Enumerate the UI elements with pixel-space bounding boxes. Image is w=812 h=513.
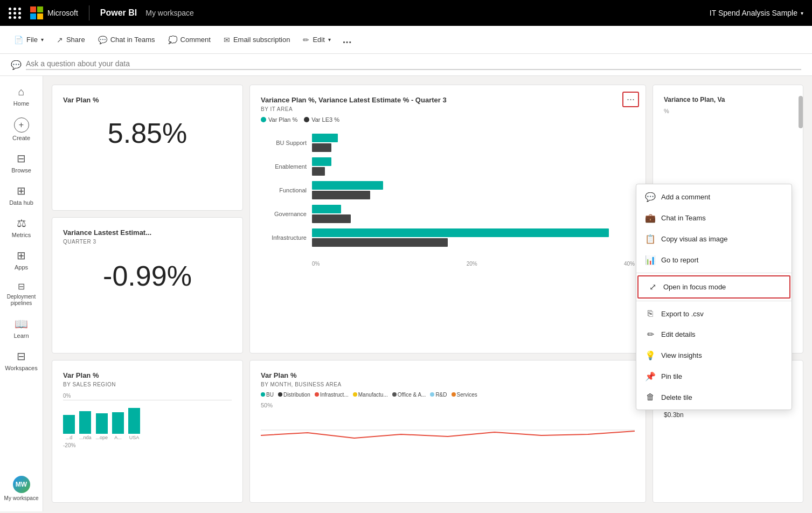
svg-rect-3 bbox=[37, 13, 43, 19]
scrollbar-track[interactable] bbox=[799, 85, 803, 353]
bar-label-4: A... bbox=[114, 435, 122, 440]
sidebar-item-create[interactable]: + Create bbox=[0, 112, 43, 147]
apps-icon: ⊞ bbox=[17, 249, 26, 262]
ask-input[interactable] bbox=[26, 59, 801, 70]
bar-label-infrastructure: Infrastructure bbox=[261, 234, 312, 241]
bar-teal-functional bbox=[312, 181, 383, 190]
sidebar-item-metrics[interactable]: ⚖ Metrics bbox=[0, 211, 43, 244]
ctx-go-report[interactable]: 📊 Go to report bbox=[636, 249, 792, 271]
comment-button[interactable]: 💭 Comment bbox=[163, 32, 216, 47]
ctx-pin-tile[interactable]: 📌 Pin tile bbox=[636, 366, 792, 387]
sidebar-item-pipelines[interactable]: ⊟ Deployment pipelines bbox=[0, 276, 43, 312]
legend-infrastruct: Infrastruct... bbox=[315, 392, 349, 398]
bar-label-governance: Governance bbox=[261, 211, 312, 217]
sidebar-item-home[interactable]: ⌂ Home bbox=[0, 80, 43, 112]
ctx-copy-visual[interactable]: 📋 Copy visual as image bbox=[636, 228, 792, 249]
topbar-divider bbox=[89, 5, 89, 20]
bar-teal-governance bbox=[312, 205, 341, 213]
variance-latest-value: -0.99% bbox=[63, 249, 232, 303]
bar-label-functional: Functional bbox=[261, 187, 312, 193]
sidebar-label-learn: Learn bbox=[13, 332, 29, 339]
ctx-delete-tile[interactable]: 🗑 Delete tile bbox=[636, 387, 792, 407]
ctx-focus-mode[interactable]: ⤢ Open in focus mode bbox=[637, 275, 790, 299]
focus-mode-icon: ⤢ bbox=[647, 282, 658, 292]
ask-icon: 💬 bbox=[11, 60, 22, 70]
svg-rect-0 bbox=[30, 6, 36, 12]
teams-icon: 💬 bbox=[98, 36, 107, 44]
bar-2 bbox=[79, 411, 91, 434]
teal-dot bbox=[261, 117, 266, 122]
ctx-export-csv[interactable]: ⎘ Export to .csv bbox=[636, 303, 792, 324]
ctx-go-report-label: Go to report bbox=[661, 256, 698, 264]
variance-latest-tile: Variance Lastest Estimat... QUARTER 3 -0… bbox=[52, 217, 243, 353]
ctx-view-insights[interactable]: 💡 View insights bbox=[636, 345, 792, 366]
legend-var-plan: Var Plan % bbox=[261, 116, 297, 123]
file-button[interactable]: 📄 File ▾ bbox=[9, 32, 49, 47]
report-title: IT Spend Analysis Sample bbox=[710, 9, 797, 17]
chat-teams-label: Chat in Teams bbox=[110, 36, 155, 44]
workspaces-icon: ⊟ bbox=[17, 350, 26, 363]
svg-rect-2 bbox=[30, 13, 36, 19]
edit-label: Edit bbox=[313, 36, 324, 44]
waffle-menu[interactable] bbox=[9, 8, 22, 19]
share-button[interactable]: ↗ Share bbox=[51, 32, 91, 47]
scenario-value: $0.3bn bbox=[664, 411, 792, 419]
month-business-subtitle: BY MONTH, BUSINESS AREA bbox=[261, 382, 635, 387]
workspace-label: My workspace bbox=[145, 9, 193, 17]
metrics-icon: ⚖ bbox=[17, 217, 26, 230]
avatar: MW bbox=[13, 476, 30, 493]
bar-label-3: ...ope bbox=[96, 435, 108, 440]
comment-label: Comment bbox=[181, 36, 211, 44]
ctx-chat-teams[interactable]: 💼 Chat in Teams bbox=[636, 207, 792, 228]
month-chart-svg bbox=[261, 408, 635, 452]
bar-dark-infrastructure bbox=[312, 238, 448, 247]
bar-row-functional: Functional bbox=[261, 181, 635, 199]
ctx-edit-details[interactable]: ✏ Edit details bbox=[636, 324, 792, 345]
microsoft-label: Microsoft bbox=[47, 9, 78, 17]
ctx-add-comment[interactable]: 💬 Add a comment bbox=[636, 186, 792, 207]
variance-latest-title: Variance Lastest Estimat... bbox=[63, 228, 232, 237]
bar-teal-enablement bbox=[312, 157, 331, 166]
sales-region-subtitle: BY SALES REGION bbox=[63, 382, 232, 387]
sidebar-item-datahub[interactable]: ⊞ Data hub bbox=[0, 179, 43, 211]
bar-col-4: A... bbox=[112, 412, 124, 440]
sidebar-item-browse[interactable]: ⊟ Browse bbox=[0, 147, 43, 179]
file-label: File bbox=[26, 36, 38, 44]
report-title-area[interactable]: IT Spend Analysis Sample ▾ bbox=[710, 9, 803, 17]
chart-axis: 0% 20% 40% bbox=[261, 261, 635, 267]
bar-chart: BU Support Enablement Functional bbox=[261, 129, 635, 256]
more-options-button[interactable]: ... bbox=[338, 31, 356, 48]
scrollbar-thumb[interactable] bbox=[799, 96, 803, 128]
email-icon: ✉ bbox=[224, 36, 230, 44]
chart-more-button[interactable]: ··· bbox=[622, 92, 639, 107]
create-icon: + bbox=[14, 117, 29, 133]
share-icon: ↗ bbox=[57, 36, 63, 44]
sidebar: ⌂ Home + Create ⊟ Browse ⊞ Data hub ⚖ Me… bbox=[0, 76, 43, 511]
ctx-pin-tile-label: Pin tile bbox=[661, 372, 682, 380]
sidebar-item-workspaces[interactable]: ⊟ Workspaces bbox=[0, 344, 43, 377]
file-icon: 📄 bbox=[14, 36, 23, 44]
email-button[interactable]: ✉ Email subscription bbox=[218, 32, 296, 47]
chat-teams-button[interactable]: 💬 Chat in Teams bbox=[93, 32, 161, 47]
legend-var-le3-label: Var LE3 % bbox=[311, 116, 339, 123]
axis-20: 20% bbox=[467, 261, 477, 267]
sidebar-item-learn[interactable]: 📖 Learn bbox=[0, 312, 43, 344]
legend-manufactu: Manufactu... bbox=[353, 392, 388, 398]
sales-region-tile: Var Plan % BY SALES REGION 0% ...d ...nd… bbox=[52, 360, 243, 503]
sidebar-item-apps[interactable]: ⊞ Apps bbox=[0, 244, 43, 276]
zero-label: 0% bbox=[63, 393, 232, 399]
sidebar-label-browse: Browse bbox=[11, 167, 31, 174]
context-menu: 💬 Add a comment 💼 Chat in Teams 📋 Copy v… bbox=[636, 184, 792, 410]
svg-rect-1 bbox=[37, 6, 43, 12]
sidebar-label-myworkspace: My workspace bbox=[4, 495, 39, 502]
delete-tile-icon: 🗑 bbox=[645, 392, 656, 402]
browse-icon: ⊟ bbox=[17, 152, 26, 165]
go-report-icon: 📊 bbox=[645, 255, 656, 265]
bar-5 bbox=[128, 408, 140, 434]
bar-label-enablement: Enablement bbox=[261, 163, 312, 170]
ctx-add-comment-label: Add a comment bbox=[661, 193, 710, 201]
bar-3 bbox=[96, 413, 108, 434]
sidebar-item-myworkspace[interactable]: MW My workspace bbox=[0, 470, 43, 507]
edit-button[interactable]: ✏ Edit ▾ bbox=[297, 32, 336, 47]
comment-icon: 💭 bbox=[168, 36, 177, 44]
